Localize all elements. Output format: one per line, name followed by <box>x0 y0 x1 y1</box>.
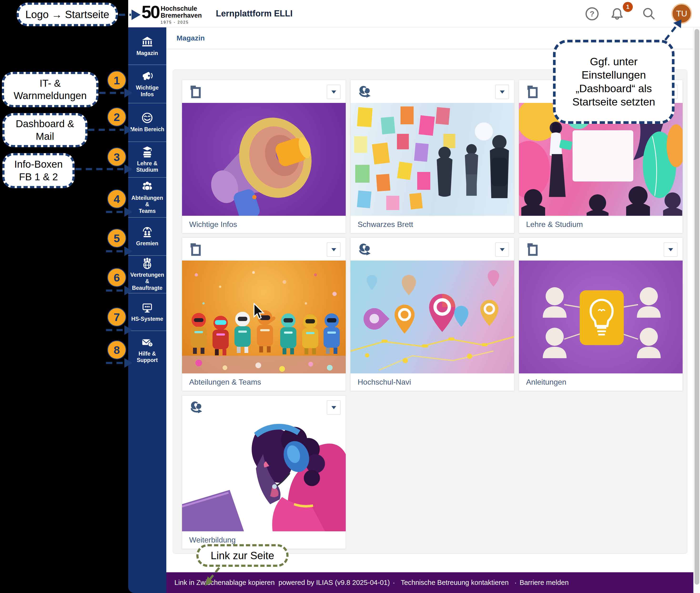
link-redirect-icon <box>357 84 372 99</box>
sidebar-item-label: HS-Systeme <box>130 316 164 322</box>
smiley-icon <box>141 112 153 124</box>
annotation-settings-dashboard: Ggf. unter Einstellungen „Dashboard“ als… <box>553 40 674 124</box>
mouse-cursor <box>253 303 266 321</box>
card-actions-dropdown[interactable] <box>495 242 509 257</box>
footer-support-link[interactable]: Technische Betreuung kontaktieren <box>401 579 509 587</box>
folder-icon <box>526 242 540 257</box>
notification-badge: 1 <box>623 2 633 12</box>
sidebar-item-wichtige-infos[interactable]: Wichtige Infos <box>128 65 166 103</box>
annotation-number-1: 1 <box>107 71 126 90</box>
footer-powered-by: powered by ILIAS (v9.8 2025-04-01) <box>279 579 390 587</box>
sidebar-item-label: Lehre & Studium <box>128 160 166 173</box>
logo-years: 1975 - 2025 <box>160 20 202 25</box>
card-actions-dropdown[interactable] <box>327 85 340 99</box>
annotation-link-zur-seite: Link zur Seite <box>196 544 289 567</box>
breadcrumb[interactable]: Magazin <box>177 34 205 42</box>
link-redirect-icon <box>357 242 372 257</box>
card-actions-dropdown[interactable] <box>327 242 340 257</box>
card-title: Schwarzes Brett <box>351 216 514 233</box>
footer-separator: · <box>393 579 395 587</box>
sidebar-item-mein-bereich[interactable]: Mein Bereich <box>128 103 166 142</box>
folder-icon <box>189 84 204 99</box>
sidebar-item-label: Vertretungen & Beauftragte <box>128 272 166 291</box>
sidebar-item-label: Wichtige Infos <box>128 84 166 97</box>
card-image-map-pins <box>351 261 514 373</box>
notifications-bell-icon[interactable] <box>610 7 624 21</box>
folder-icon <box>526 84 540 99</box>
people-group-icon <box>141 181 153 192</box>
sidebar-item-label: Mein Bereich <box>129 126 165 133</box>
annotation-number-5: 5 <box>107 229 126 248</box>
bank-icon <box>141 36 153 48</box>
annotation-info-boxen: Info-Boxen FB 1 & 2 <box>2 153 75 188</box>
logo-line1: Hochschule <box>160 5 202 12</box>
screenshot-canvas: 50 Hochschule Bremerhaven 1975 - 2025 Le… <box>0 0 700 593</box>
svg-text:?: ? <box>590 9 594 18</box>
card-title: Wichtige Infos <box>182 216 346 233</box>
card-hochschul-navi[interactable]: Hochschul-Navi <box>350 237 514 391</box>
annotation-dashboard-mail: Dashboard & Mail <box>2 113 87 147</box>
card-title: Lehre & Studium <box>519 216 683 233</box>
card-wichtige-infos[interactable]: Wichtige Infos <box>182 80 346 233</box>
top-header: 50 Hochschule Bremerhaven 1975 - 2025 Le… <box>128 0 700 27</box>
annotation-number-4: 4 <box>107 189 126 208</box>
card-actions-dropdown[interactable] <box>495 85 509 99</box>
university-logo[interactable]: 50 Hochschule Bremerhaven 1975 - 2025 <box>142 2 202 25</box>
sidebar-item-magazin[interactable]: Magazin <box>128 28 166 65</box>
sidebar-item-hs-systeme[interactable]: HS-Systeme <box>128 293 166 330</box>
sidebar-item-label: Magazin <box>136 50 159 56</box>
sidebar-item-label: Hilfe & Support <box>128 351 166 363</box>
books-icon <box>141 146 153 158</box>
card-image-headphones <box>182 419 346 531</box>
chevron-down-icon <box>668 248 673 251</box>
logo-50-mark: 50 <box>142 2 159 23</box>
annotation-number-3: 3 <box>107 148 126 166</box>
megaphone-icon <box>141 70 153 82</box>
avatar[interactable]: TU <box>671 3 692 24</box>
card-image-sticky-notes <box>351 103 514 216</box>
chevron-down-icon <box>331 406 336 409</box>
page-title: Lernplattform ELLI <box>216 0 293 27</box>
card-actions-dropdown[interactable] <box>664 242 677 257</box>
link-redirect-icon <box>189 400 204 414</box>
annotation-number-8: 8 <box>107 340 126 359</box>
card-schwarzes-brett[interactable]: Schwarzes Brett <box>350 80 514 233</box>
footer-separator: · <box>514 579 517 587</box>
footer-copy-link[interactable]: Link in Zwischenablage kopieren <box>174 579 275 587</box>
annotation-number-7: 7 <box>107 308 126 326</box>
sidebar-item-label: Abteilungen & Teams <box>128 195 166 214</box>
scrollbar-thumb[interactable] <box>695 29 699 585</box>
committee-icon <box>141 226 153 238</box>
card-title: Hochschul-Navi <box>351 373 514 391</box>
sidebar-item-hilfe-support[interactable]: ? Hilfe & Support <box>128 330 166 369</box>
card-weiterbildung[interactable]: Weiterbildung <box>182 395 346 549</box>
monitor-icon <box>141 302 153 313</box>
sidebar-item-vertretungen[interactable]: Vertretungen & Beauftragte <box>128 255 166 293</box>
mail-help-icon: ? <box>141 336 153 348</box>
search-icon[interactable] <box>642 7 656 21</box>
sidebar-item-label: Gremien <box>135 240 159 247</box>
logo-line2: Bremerhaven <box>160 12 202 19</box>
sidebar-item-abteilungen-teams[interactable]: Abteilungen & Teams <box>128 177 166 217</box>
scrollbar-track[interactable] <box>693 27 700 593</box>
help-icon[interactable]: ? <box>585 7 599 21</box>
annotation-number-6: 6 <box>107 268 126 287</box>
annotation-logo-startseite: Logo → Startseite <box>17 3 118 26</box>
folder-icon <box>189 242 204 257</box>
sidebar-item-gremien[interactable]: Gremien <box>128 217 166 255</box>
svg-text:?: ? <box>149 343 151 346</box>
footer-report-barrier-link[interactable]: Barriere melden <box>520 579 569 587</box>
chevron-down-icon <box>500 248 505 251</box>
card-title: Abteilungen & Teams <box>182 373 346 391</box>
globe-people-icon <box>141 258 153 269</box>
chevron-down-icon <box>500 90 505 93</box>
card-title: Anleitungen <box>519 373 683 391</box>
main-sidebar: Magazin Wichtige Infos Mein Bereich Lehr… <box>128 27 166 593</box>
annotation-number-2: 2 <box>107 108 126 126</box>
annotation-it-warnmeldungen: IT- & Warnmeldungen <box>2 72 99 107</box>
card-anleitungen[interactable]: Anleitungen <box>519 237 683 391</box>
sidebar-item-lehre-studium[interactable]: Lehre & Studium <box>128 142 166 177</box>
card-actions-dropdown[interactable] <box>327 400 340 414</box>
chevron-down-icon <box>331 248 336 251</box>
card-image-lightbulb <box>519 261 683 373</box>
